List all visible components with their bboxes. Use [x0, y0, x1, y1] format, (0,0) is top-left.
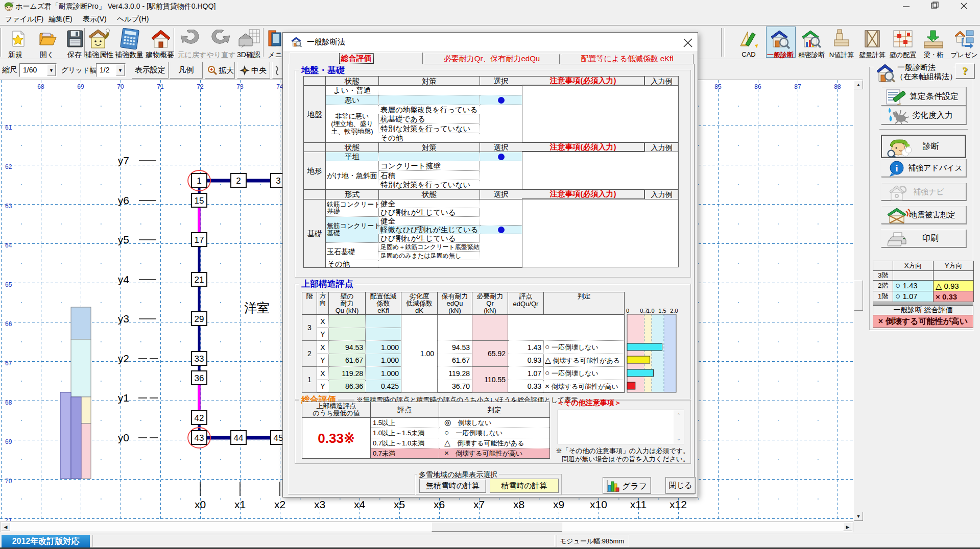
svg-text:2: 2 [236, 176, 241, 186]
svg-text:69: 69 [77, 83, 84, 90]
svg-text:y2: y2 [118, 353, 129, 364]
svg-text:1.0: 1.0 [647, 308, 654, 314]
svg-text:86: 86 [754, 83, 761, 90]
svg-text:66: 66 [5, 320, 12, 328]
svg-text:y1: y1 [118, 392, 129, 404]
svg-text:17: 17 [195, 235, 204, 245]
svg-text:洋室: 洋室 [244, 301, 270, 315]
svg-text:61: 61 [5, 124, 12, 131]
svg-text:42: 42 [195, 413, 204, 423]
svg-text:44: 44 [234, 433, 244, 443]
svg-text:63: 63 [5, 203, 12, 210]
svg-text:68: 68 [37, 83, 44, 90]
svg-text:x7: x7 [473, 498, 485, 510]
svg-text:45: 45 [274, 433, 283, 443]
svg-text:65: 65 [5, 281, 12, 288]
svg-text:2.0: 2.0 [670, 308, 678, 314]
svg-text:69: 69 [5, 438, 12, 445]
svg-text:67: 67 [5, 360, 12, 367]
svg-text:x5: x5 [394, 498, 405, 510]
svg-text:70: 70 [5, 478, 12, 485]
svg-text:y5: y5 [118, 234, 129, 245]
svg-text:x1: x1 [234, 498, 246, 510]
svg-text:68: 68 [5, 399, 12, 406]
svg-text:15: 15 [195, 196, 204, 206]
svg-text:0: 0 [626, 308, 629, 314]
svg-text:85: 85 [714, 83, 722, 90]
svg-text:x4: x4 [354, 498, 366, 510]
svg-text:y3: y3 [118, 313, 129, 325]
svg-text:1.5: 1.5 [658, 308, 666, 314]
svg-text:y6: y6 [118, 194, 129, 206]
svg-text:x11: x11 [630, 498, 647, 510]
svg-text:64: 64 [5, 242, 12, 249]
svg-text:43: 43 [195, 433, 204, 443]
svg-text:71: 71 [157, 83, 164, 90]
svg-text:3: 3 [276, 176, 280, 186]
svg-text:36: 36 [195, 373, 204, 383]
svg-text:x3: x3 [314, 498, 325, 510]
svg-text:70: 70 [117, 83, 124, 90]
svg-text:x8: x8 [513, 498, 524, 510]
svg-text:i: i [895, 163, 898, 173]
svg-text:29: 29 [195, 314, 204, 324]
svg-text:x0: x0 [195, 498, 206, 510]
svg-text:1: 1 [197, 176, 201, 186]
svg-text:x6: x6 [434, 498, 445, 510]
svg-text:73: 73 [236, 83, 244, 90]
svg-text:y4: y4 [118, 273, 130, 285]
svg-text:72: 72 [197, 83, 204, 90]
svg-text:62: 62 [5, 163, 12, 170]
svg-text:y7: y7 [118, 155, 129, 166]
svg-text:21: 21 [195, 275, 204, 285]
svg-text:x12: x12 [670, 498, 687, 510]
svg-text:71: 71 [5, 517, 12, 521]
svg-text:x10: x10 [590, 498, 607, 510]
svg-text:x2: x2 [274, 498, 285, 510]
svg-text:88: 88 [834, 83, 841, 90]
svg-text:33: 33 [195, 354, 204, 364]
svg-text:y0: y0 [118, 432, 129, 443]
svg-text:87: 87 [794, 83, 801, 90]
svg-text:x9: x9 [553, 498, 564, 510]
